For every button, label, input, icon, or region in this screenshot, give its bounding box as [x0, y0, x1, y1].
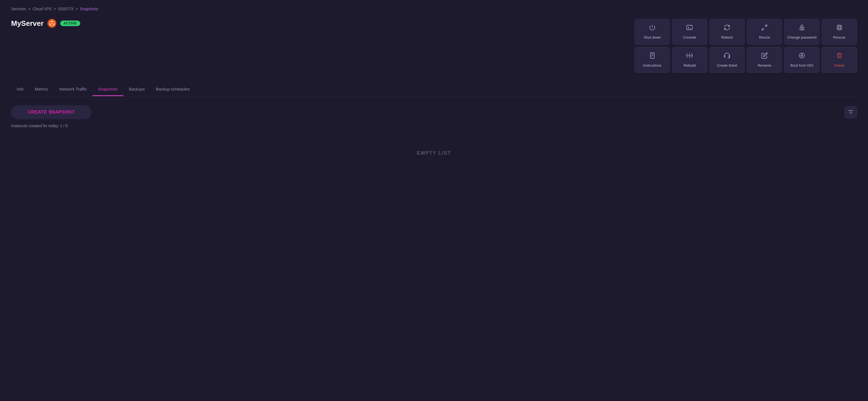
svg-point-23 — [689, 55, 690, 56]
create-snapshot-button[interactable]: CREATE SNAPSHOT — [11, 105, 92, 119]
svg-rect-25 — [729, 56, 730, 57]
empty-list-label: EMPTY LIST — [11, 150, 857, 156]
console-button[interactable]: Console — [672, 19, 707, 45]
breadcrumb-active: Snapshots — [80, 7, 98, 11]
boot-from-iso-label: Boot from ISO — [790, 63, 813, 67]
shut-down-label: Shut down — [644, 35, 661, 39]
create-ticket-button[interactable]: Create ticket — [710, 47, 745, 73]
instructions-button[interactable]: Instructions — [634, 47, 670, 73]
svg-line-5 — [51, 24, 52, 24]
create-snapshot-row: CREATE SNAPSHOT — [11, 105, 857, 119]
tab-backups[interactable]: Backups — [123, 83, 150, 96]
tab-snapshots[interactable]: Snapshots — [92, 83, 123, 96]
tab-metrics[interactable]: Metrics — [29, 83, 54, 96]
svg-point-11 — [801, 28, 802, 29]
tab-info[interactable]: Info — [11, 83, 29, 96]
delete-button[interactable]: Delete — [822, 47, 857, 73]
snapshots-content: CREATE SNAPSHOT Instances created for to… — [11, 105, 857, 156]
tab-backup-schedules[interactable]: Backup schedules — [150, 83, 195, 96]
rebuild-button[interactable]: Rebuild — [672, 47, 707, 73]
tabs-nav: Info Metrics Network Traffic Snapshots B… — [11, 83, 857, 96]
server-name: MyServer — [11, 19, 43, 28]
rescue-button[interactable]: Rescue — [822, 19, 857, 45]
resize-label: Resize — [759, 35, 770, 39]
reboot-button[interactable]: Reboot — [710, 19, 745, 45]
shut-down-button[interactable]: Shut down — [634, 19, 670, 45]
rebuild-label: Rebuild — [683, 63, 695, 67]
svg-line-6 — [52, 24, 53, 24]
lock-icon — [799, 24, 805, 32]
svg-point-14 — [838, 26, 840, 29]
rescue-label: Rescue — [833, 35, 845, 39]
instructions-icon — [649, 52, 656, 61]
filter-button[interactable] — [845, 106, 857, 118]
iso-icon: ISO — [799, 52, 805, 61]
status-badge: ACTIVE — [60, 21, 80, 26]
os-icon — [48, 19, 56, 28]
instances-count: Instances created for today: 1 / 5 — [11, 124, 857, 128]
change-password-button[interactable]: Change password — [784, 19, 819, 45]
svg-rect-19 — [650, 53, 654, 58]
rename-button[interactable]: Rename — [747, 47, 782, 73]
breadcrumb-cloud-vps[interactable]: Cloud VPS — [32, 7, 51, 11]
resize-button[interactable]: Resize — [747, 19, 782, 45]
trash-icon — [836, 52, 843, 61]
power-icon — [649, 24, 656, 32]
rescue-icon — [836, 24, 843, 32]
server-info: MyServer ACTIVE — [11, 19, 80, 28]
action-buttons-row2: Instructions Rebuild — [634, 47, 857, 73]
svg-line-9 — [762, 28, 764, 30]
headset-icon — [724, 52, 730, 61]
console-label: Console — [683, 35, 696, 39]
console-icon — [686, 24, 693, 32]
resize-icon — [761, 24, 768, 32]
create-ticket-label: Create ticket — [717, 63, 737, 67]
svg-point-2 — [50, 24, 51, 25]
breadcrumb-services[interactable]: Services — [11, 7, 26, 11]
reboot-icon — [724, 24, 730, 32]
svg-text:ISO: ISO — [800, 55, 803, 57]
boot-from-iso-button[interactable]: ISO Boot from ISO — [784, 47, 819, 73]
delete-label: Delete — [834, 63, 845, 67]
tab-network-traffic[interactable]: Network Traffic — [54, 83, 92, 96]
rebuild-icon — [686, 52, 693, 61]
action-buttons-container: Shut down Console — [634, 19, 857, 75]
rename-label: Rename — [757, 63, 771, 67]
svg-line-8 — [765, 25, 767, 27]
svg-point-3 — [53, 24, 54, 25]
instructions-label: Instructions — [643, 63, 661, 67]
svg-point-1 — [51, 21, 53, 22]
breadcrumb: Services > Cloud VPS > 5203773 > Snapsho… — [11, 7, 857, 11]
action-buttons-row1: Shut down Console — [634, 19, 857, 45]
svg-rect-24 — [724, 56, 725, 57]
breadcrumb-server-id[interactable]: 5203773 — [58, 7, 73, 11]
change-password-label: Change password — [787, 35, 816, 39]
rename-icon — [761, 52, 768, 61]
svg-rect-7 — [687, 25, 692, 30]
reboot-label: Reboot — [721, 35, 733, 39]
